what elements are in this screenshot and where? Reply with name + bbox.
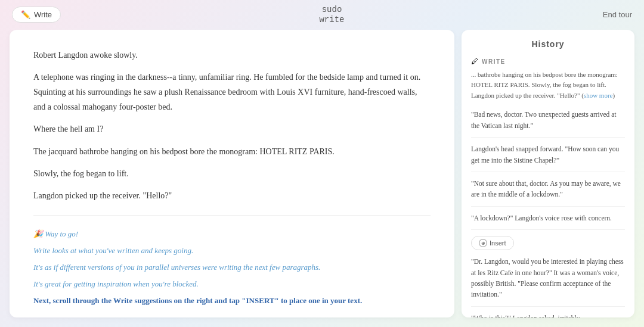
tip-2: It's as if different versions of you in … [33, 261, 431, 274]
insert-icon-1: ⊕ [479, 239, 487, 247]
tip-3: It's great for getting inspiration when … [33, 278, 431, 291]
history-quote-5: "Dr. Langdon, would you be interested in… [471, 256, 625, 307]
tip-1: Write looks at what you've written and k… [33, 244, 431, 257]
write-snippet: ... bathrobe hanging on his bedpost bore… [471, 70, 625, 101]
paragraph-5: Slowly, the fog began to lift. [33, 166, 431, 181]
paragraph-2: A telephone was ringing in the darkness-… [33, 70, 431, 115]
write-icon: 🖊 [471, 57, 478, 66]
pencil-icon: ✏️ [21, 10, 30, 19]
write-button-label: Write [34, 10, 52, 19]
write-label: 🖊 WRITE [471, 57, 625, 66]
paragraph-3: Where the hell am I? [33, 122, 431, 136]
celebration-text: 🎉 Way to go! [33, 228, 431, 241]
main-content: Robert Langdon awoke slowly. A telephone… [0, 30, 644, 327]
end-tour-button[interactable]: End tour [603, 10, 632, 19]
write-tips: 🎉 Way to go! Write looks at what you've … [33, 228, 431, 307]
history-quote-3: "Not sure about that, doctor. As you may… [471, 178, 625, 207]
history-title: History [471, 39, 625, 49]
write-label-text: WRITE [482, 58, 506, 65]
history-quote-6: "Who is this?" Langdon asked, irritably. [471, 313, 625, 317]
history-panel: History 🖊 WRITE ... bathrobe hanging on … [462, 30, 634, 317]
editor-text: Robert Langdon awoke slowly. A telephone… [33, 48, 431, 204]
top-bar: ✏️ Write sudo write End tour [0, 0, 644, 30]
write-section: 🖊 WRITE ... bathrobe hanging on his bedp… [471, 57, 625, 101]
divider [33, 215, 431, 216]
insert-button-1[interactable]: ⊕ Insert [471, 236, 514, 250]
paragraph-6: Langdon picked up the receiver. "Hello?" [33, 188, 431, 203]
show-more-link[interactable]: show more [584, 92, 613, 99]
editor-panel: Robert Langdon awoke slowly. A telephone… [10, 30, 454, 317]
insert-label-1: Insert [490, 239, 506, 247]
write-button[interactable]: ✏️ Write [12, 7, 61, 23]
paragraph-1: Robert Langdon awoke slowly. [33, 48, 431, 63]
history-quote-2: Langdon's head snapped forward. "How soo… [471, 144, 625, 172]
logo-text: sudo write [319, 5, 344, 25]
tip-4: Next, scroll through the Write suggestio… [33, 294, 431, 307]
history-quote-4: "A lockdown?" Langdon's voice rose with … [471, 213, 625, 230]
app-logo: sudo write [319, 5, 344, 25]
paragraph-4: The jacquard bathrobe hanging on his bed… [33, 144, 431, 159]
history-quote-1: "Bad news, doctor. Two unexpected guests… [471, 109, 625, 138]
